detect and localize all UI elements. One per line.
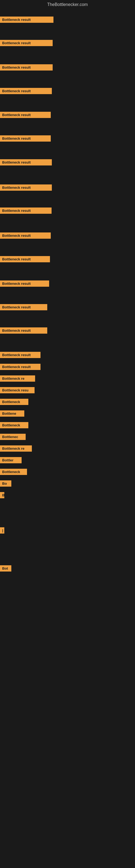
bottleneck-label: B xyxy=(0,492,4,498)
bottleneck-label: Bottleneck xyxy=(0,469,27,475)
bottleneck-item: Bottleneck xyxy=(0,399,28,406)
bottleneck-label: Bot xyxy=(0,565,11,571)
bottleneck-item: Bottleneck result xyxy=(0,256,50,264)
bottleneck-label: Bottleneck xyxy=(0,422,28,428)
bottleneck-label: Bottleneck result xyxy=(0,232,51,239)
bottleneck-item: Bot xyxy=(0,565,11,572)
bottleneck-label: Bottleneck result xyxy=(0,135,51,142)
bottleneck-item: Bottleneck result xyxy=(0,159,52,166)
bottleneck-label: Bottleneck re xyxy=(0,445,32,452)
bottleneck-item: Bottleneck result xyxy=(0,40,53,47)
bottleneck-label: Bottleneck result xyxy=(0,280,49,287)
bottleneck-item: Bottleneck result xyxy=(0,328,47,335)
bottleneck-label: Bottler xyxy=(0,457,21,463)
bottleneck-item: Bottleneck xyxy=(0,469,27,476)
bottleneck-label: Bottleneck xyxy=(0,399,28,405)
bottleneck-label: Bottleneck result xyxy=(0,64,53,70)
bottleneck-label: Bottleneck result xyxy=(0,304,47,310)
bottleneck-label: Bottleneck result xyxy=(0,208,52,214)
bottleneck-item: Bottlene xyxy=(0,410,24,418)
bottleneck-label: Bottleneck result xyxy=(0,364,41,370)
bottleneck-label: Bottleneck result xyxy=(0,328,47,334)
bottleneck-item: Bottleneck result xyxy=(0,88,52,95)
bottleneck-label: Bottleneck resu xyxy=(0,387,35,393)
bottleneck-item: Bottleneck re xyxy=(0,445,32,453)
bottleneck-item: Bottleneck result xyxy=(0,208,52,215)
bottleneck-item: Bottleneck result xyxy=(0,184,52,192)
bottleneck-label: Bo xyxy=(0,480,11,487)
bottleneck-label: Bottleneck re xyxy=(0,375,35,382)
bottleneck-item: Bottleneck result xyxy=(0,364,41,371)
bottleneck-item: Bottleneck resu xyxy=(0,387,35,394)
bottleneck-item: B xyxy=(0,492,4,499)
bottleneck-label: Bottleneck result xyxy=(0,256,50,262)
bottleneck-label: Bottleneck result xyxy=(0,112,51,118)
site-title: TheBottlenecker.com xyxy=(0,0,135,9)
bottleneck-label: Bottleneck result xyxy=(0,40,53,46)
bottleneck-item: Bottleneck result xyxy=(0,135,51,143)
bottleneck-label: Bottleneck result xyxy=(0,184,52,191)
bottleneck-item: Bottleneck result xyxy=(0,17,53,24)
bottleneck-item: Bottleneck result xyxy=(0,64,53,72)
bottleneck-label: Bottleneck result xyxy=(0,17,53,23)
bottleneck-item: Bottler xyxy=(0,457,21,464)
bottleneck-item: Bottleneck result xyxy=(0,280,49,288)
bottleneck-item: | xyxy=(0,527,4,535)
bottleneck-item: Bo xyxy=(0,480,11,488)
bottleneck-label: Bottlenec xyxy=(0,434,26,440)
bottleneck-label: Bottleneck result xyxy=(0,352,41,358)
bottleneck-label: | xyxy=(0,527,4,533)
bottleneck-item: Bottleneck xyxy=(0,422,28,429)
bottleneck-item: Bottleneck result xyxy=(0,112,51,119)
bottleneck-label: Bottleneck result xyxy=(0,159,52,165)
bottleneck-item: Bottleneck result xyxy=(0,232,51,240)
bottleneck-label: Bottleneck result xyxy=(0,88,52,94)
bottleneck-item: Bottlenec xyxy=(0,434,26,441)
bottleneck-item: Bottleneck re xyxy=(0,375,35,383)
bottleneck-label: Bottlene xyxy=(0,410,24,416)
bottleneck-item: Bottleneck result xyxy=(0,352,41,359)
bottleneck-item: Bottleneck result xyxy=(0,304,47,311)
